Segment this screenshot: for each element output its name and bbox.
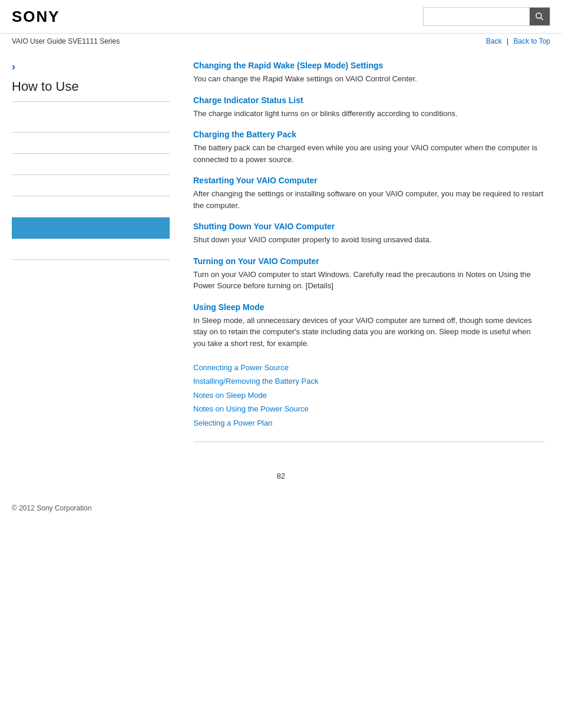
topic-6: Turning on Your VAIO Computer Turn on yo… [193, 256, 544, 292]
nav-links: Back | Back to Top [486, 37, 550, 45]
topic-5: Shutting Down Your VAIO Computer Shut do… [193, 222, 544, 246]
sidebar-item-3[interactable] [12, 154, 170, 175]
sidebar-item-6-active[interactable] [12, 218, 170, 239]
nav-bar: VAIO User Guide SVE1111 Series Back | Ba… [0, 34, 562, 49]
content: Changing the Rapid Wake (Sleep Mode) Set… [181, 49, 562, 460]
sidebar-title: How to Use [12, 79, 170, 102]
topic-5-title[interactable]: Shutting Down Your VAIO Computer [193, 222, 544, 231]
search-input[interactable] [424, 8, 530, 25]
guide-title: VAIO User Guide SVE1111 Series [12, 37, 120, 45]
topic-4-title[interactable]: Restarting Your VAIO Computer [193, 176, 544, 185]
sidebar: › How to Use [0, 49, 181, 460]
sidebar-item-2[interactable] [12, 133, 170, 154]
topic-6-desc: Turn on your VAIO computer to start Wind… [193, 269, 544, 292]
topic-2: Charge Indicator Status List The charge … [193, 95, 544, 120]
bottom-divider [193, 442, 544, 442]
topic-4: Restarting Your VAIO Computer After chan… [193, 176, 544, 211]
topic-2-title[interactable]: Charge Indicator Status List [193, 95, 544, 105]
topic-1-title[interactable]: Changing the Rapid Wake (Sleep Mode) Set… [193, 61, 544, 70]
main-container: › How to Use Changing the Rapid Wake (Sl… [0, 49, 562, 460]
topic-7-title[interactable]: Using Sleep Mode [193, 302, 544, 312]
svg-line-1 [541, 18, 543, 20]
topic-1: Changing the Rapid Wake (Sleep Mode) Set… [193, 61, 544, 85]
related-links: Connecting a Power Source Installing/Rem… [193, 361, 544, 430]
topic-5-desc: Shut down your VAIO computer properly to… [193, 234, 544, 246]
topic-4-desc: After changing the settings or installin… [193, 188, 544, 211]
topic-3: Charging the Battery Pack The battery pa… [193, 130, 544, 165]
related-link-2[interactable]: Installing/Removing the Battery Pack [193, 374, 544, 388]
page-number: 82 [0, 472, 562, 480]
sidebar-item-1[interactable] [12, 111, 170, 133]
svg-point-0 [536, 13, 541, 18]
sidebar-arrow[interactable]: › [12, 61, 170, 73]
topic-3-title[interactable]: Charging the Battery Pack [193, 130, 544, 139]
footer: © 2012 Sony Corporation [0, 492, 562, 524]
related-link-4[interactable]: Notes on Using the Power Source [193, 402, 544, 416]
related-link-1[interactable]: Connecting a Power Source [193, 361, 544, 374]
header: SONY [0, 0, 562, 34]
sidebar-item-5[interactable] [12, 196, 170, 218]
sony-logo: SONY [12, 8, 60, 26]
search-box [423, 7, 550, 26]
topic-3-desc: The battery pack can be charged even whi… [193, 142, 544, 165]
related-link-3[interactable]: Notes on Sleep Mode [193, 388, 544, 402]
topic-2-desc: The charge indicator light turns on or b… [193, 108, 544, 120]
topic-1-desc: You can change the Rapid Wake settings o… [193, 73, 544, 85]
topic-7-desc: In Sleep mode, all unnecessary devices o… [193, 315, 544, 350]
topic-6-title[interactable]: Turning on Your VAIO Computer [193, 256, 544, 266]
nav-separator: | [507, 37, 508, 45]
back-link[interactable]: Back [486, 37, 502, 45]
related-link-5[interactable]: Selecting a Power Plan [193, 416, 544, 430]
sidebar-item-7[interactable] [12, 239, 170, 260]
sidebar-item-4[interactable] [12, 175, 170, 196]
topic-7: Using Sleep Mode In Sleep mode, all unne… [193, 302, 544, 350]
search-icon [535, 12, 544, 21]
search-button[interactable] [530, 8, 550, 25]
copyright: © 2012 Sony Corporation [12, 504, 92, 512]
back-to-top-link[interactable]: Back to Top [514, 37, 550, 45]
